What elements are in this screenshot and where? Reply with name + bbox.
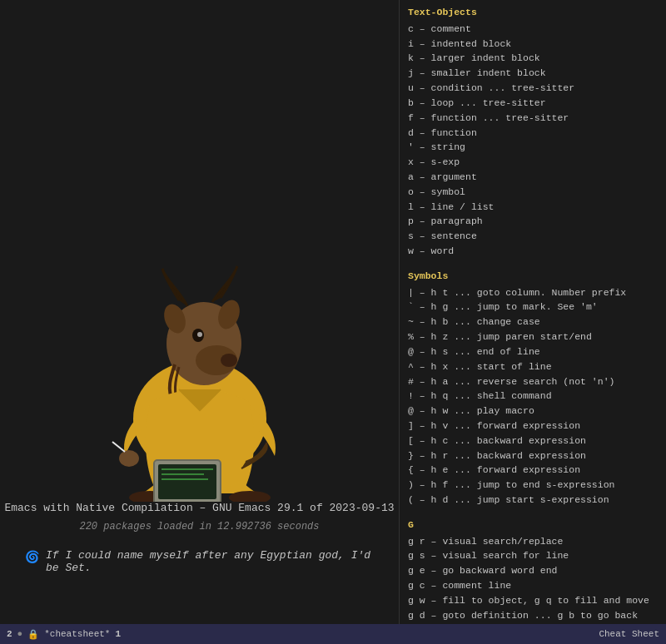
status-right-label: Cheat Sheet	[599, 629, 659, 639]
g-items: g r – visual search/replace g s – visual…	[408, 534, 658, 624]
section-title-symbols: Symbols	[408, 269, 658, 284]
list-item: } – h r ... backward expression	[408, 448, 658, 463]
list-item: w – word	[408, 244, 658, 259]
list-item: ) – h f ... jump to end s-expression	[408, 478, 658, 493]
list-item: k – larger indent block	[408, 51, 658, 66]
list-item: g d – goto definition ... g b to go back	[408, 608, 658, 623]
list-item: @ – h s ... end of line	[408, 344, 658, 359]
status-filename: *cheatsheet*	[44, 629, 110, 639]
list-item: l – line / list	[408, 200, 658, 215]
list-item: | – h t ... goto column. Number prefix	[408, 285, 658, 300]
status-dot: ●	[17, 629, 23, 639]
emacs-title: Emacs with Native Compilation – GNU Emac…	[4, 502, 394, 514]
status-lock-icon: 🔒	[27, 629, 39, 640]
list-item: g w – fill to object, g q to fill and mo…	[408, 593, 658, 608]
packages-subtitle: 220 packages loaded in 12.992736 seconds	[79, 521, 319, 533]
list-item: ~ – h b ... change case	[408, 315, 658, 329]
list-item: g r – visual search/replace	[408, 534, 658, 549]
list-item: ! – h q ... shell command	[408, 389, 658, 404]
list-item: g c – comment line	[408, 578, 658, 593]
list-item: # – h a ... reverse search (not 'n')	[408, 374, 658, 389]
list-item: c – comment	[408, 22, 658, 37]
list-item: { – h e ... forward expression	[408, 463, 658, 478]
quote-text: If I could name myself after any Egyptia…	[46, 549, 374, 574]
list-item: g s – visual search for line	[408, 548, 658, 563]
list-item: a – argument	[408, 170, 658, 185]
gnu-mascot-image	[75, 235, 325, 502]
list-item: i – indented block	[408, 37, 658, 52]
list-item: @ – h w ... play macro	[408, 404, 658, 419]
list-item: % – h z ... jump paren start/end	[408, 329, 658, 344]
text-objects-items: c – comment i – indented block k – large…	[408, 22, 658, 259]
list-item: [ – h c ... backward expression	[408, 433, 658, 448]
list-item: ` – h g ... jump to mark. See 'm'	[408, 300, 658, 315]
left-panel: Emacs with Native Compilation – GNU Emac…	[0, 0, 400, 624]
list-item: ( – h d ... jump start s-expression	[408, 493, 658, 508]
list-item: d – function	[408, 126, 658, 141]
status-number2: 1	[115, 629, 121, 639]
list-item: s – sentence	[408, 229, 658, 244]
symbols-items: | – h t ... goto column. Number prefix `…	[408, 285, 658, 508]
list-item: f – function ... tree-sitter	[408, 111, 658, 126]
svg-point-3	[221, 354, 237, 367]
list-item: b – loop ... tree-sitter	[408, 96, 658, 111]
list-item: g e – go backward word end	[408, 563, 658, 578]
quote-area: 🌀 If I could name myself after any Egypt…	[0, 549, 399, 574]
section-title-text-objects: Text-Objects	[408, 5, 658, 20]
list-item: p – paragraph	[408, 214, 658, 229]
list-item: ' – string	[408, 140, 658, 155]
svg-point-8	[119, 450, 139, 467]
list-item: j – smaller indent block	[408, 66, 658, 81]
list-item: ] – h v ... forward expression	[408, 419, 658, 433]
svg-line-9	[112, 442, 125, 452]
list-item: o – symbol	[408, 185, 658, 200]
svg-point-5	[197, 332, 202, 337]
section-title-g: G	[408, 518, 658, 533]
main-area: Emacs with Native Compilation – GNU Emac…	[0, 0, 666, 624]
quote-icon: 🌀	[25, 550, 39, 564]
list-item: u – condition ... tree-sitter	[408, 81, 658, 96]
status-number: 2	[7, 629, 12, 639]
list-item: x – s-exp	[408, 155, 658, 170]
right-panel[interactable]: Text-Objects c – comment i – indented bl…	[400, 0, 666, 624]
list-item: ^ – h x ... start of line	[408, 359, 658, 374]
status-bar: 2 ● 🔒 *cheatsheet* 1 Cheat Sheet	[0, 624, 666, 644]
